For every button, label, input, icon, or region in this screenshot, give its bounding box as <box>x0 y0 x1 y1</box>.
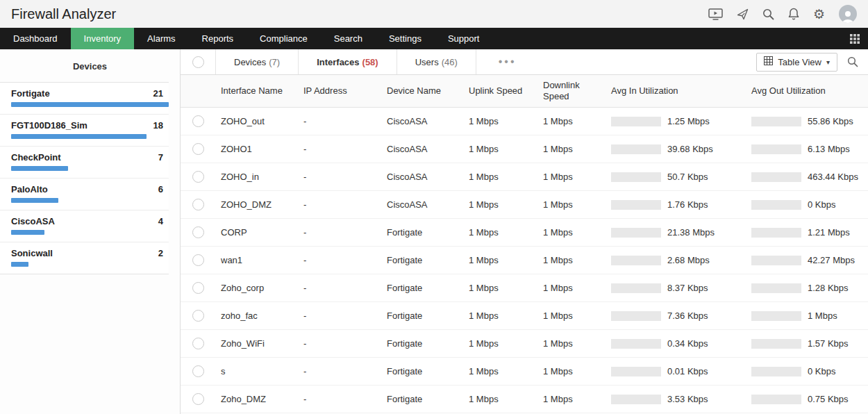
bell-icon[interactable] <box>788 8 799 20</box>
table-row[interactable]: ZOHO1 - CiscoASA 1 Mbps 1 Mbps 39.68 Kbp… <box>181 135 868 163</box>
cell-avg-in-utilization: 0.34 Kbps <box>606 338 746 349</box>
col-device-name[interactable]: Device Name <box>381 85 463 97</box>
table-row[interactable]: Zoho_corp - Fortigate 1 Mbps 1 Mbps 8.37… <box>181 274 868 302</box>
device-count: 18 <box>153 120 163 131</box>
cell-uplink-speed: 1 Mbps <box>463 310 537 321</box>
cell-interface-name[interactable]: ZOHO1 <box>215 144 298 154</box>
row-radio[interactable] <box>192 115 204 127</box>
col-uplink-speed[interactable]: Uplink Speed <box>463 85 537 97</box>
cell-avg-out-utilization: 0 Kbps <box>746 366 868 376</box>
cell-avg-out-utilization: 463.44 Kbps <box>746 172 868 182</box>
cell-interface-name[interactable]: CORP <box>215 227 298 238</box>
col-interface-name[interactable]: Interface Name <box>215 85 298 97</box>
select-all-radio[interactable] <box>192 56 204 68</box>
cell-avg-in-utilization: 3.53 Kbps <box>606 394 746 404</box>
avg-in-bar <box>611 311 661 321</box>
row-radio[interactable] <box>192 310 204 322</box>
nav-item-reports[interactable]: Reports <box>189 28 247 49</box>
col-downlink-speed[interactable]: Downlink Speed <box>537 80 606 103</box>
cell-downlink-speed: 1 Mbps <box>537 144 606 154</box>
launch-icon[interactable] <box>737 8 749 20</box>
cell-avg-out-utilization: 55.86 Kbps <box>746 116 868 126</box>
table-row[interactable]: ZOHO_in - CiscoASA 1 Mbps 1 Mbps 50.7 Kb… <box>181 163 868 191</box>
cell-uplink-speed: 1 Mbps <box>463 199 537 210</box>
table-view-button[interactable]: Table View ▾ <box>756 53 837 72</box>
avatar[interactable] <box>839 5 857 23</box>
cell-interface-name[interactable]: Zoho_DMZ <box>215 394 298 404</box>
cell-avg-in-utilization: 39.68 Kbps <box>606 144 746 154</box>
table-row[interactable]: zoho_fac - Fortigate 1 Mbps 1 Mbps 7.36 … <box>181 302 868 330</box>
cell-interface-name[interactable]: wan1 <box>215 255 298 265</box>
device-list-item-checkpoint[interactable]: CheckPoint 7 <box>0 147 169 179</box>
device-list-item-sonicwall[interactable]: Sonicwall 2 <box>0 242 169 274</box>
table-search-icon[interactable] <box>847 56 858 67</box>
topbar-icons: ⚙ <box>708 5 857 23</box>
cell-ip-address: - <box>298 283 381 293</box>
table-row[interactable]: ZOHO_DMZ - CiscoASA 1 Mbps 1 Mbps 1.76 K… <box>181 191 868 219</box>
row-radio[interactable] <box>192 199 204 210</box>
col-avg-in-utilization[interactable]: Avg In Utilization <box>606 85 746 97</box>
cell-interface-name[interactable]: s <box>215 366 298 376</box>
device-count: 4 <box>158 216 163 226</box>
col-avg-out-utilization[interactable]: Avg Out Utilization <box>746 85 868 97</box>
cell-interface-name[interactable]: ZOHO_out <box>215 116 298 126</box>
device-list-item-ciscoasa[interactable]: CiscoASA 4 <box>0 210 169 242</box>
avg-out-value: 463.44 Kbps <box>808 172 858 182</box>
nav-item-inventory[interactable]: Inventory <box>71 28 134 49</box>
table-row[interactable]: CORP - Fortigate 1 Mbps 1 Mbps 21.38 Mbp… <box>181 219 868 247</box>
cell-device-name: CiscoASA <box>381 172 463 182</box>
device-list-item-fgt100d186_sim[interactable]: FGT100D186_Sim 18 <box>0 115 169 147</box>
cell-interface-name[interactable]: ZOHO_in <box>215 172 298 182</box>
avg-out-bar <box>751 117 801 126</box>
tab-users[interactable]: Users (46) <box>397 49 476 74</box>
tab-interfaces[interactable]: Interfaces (58) <box>298 49 397 74</box>
cell-downlink-speed: 1 Mbps <box>537 172 606 182</box>
nav-item-alarms[interactable]: Alarms <box>134 28 188 49</box>
cell-avg-in-utilization: 7.36 Kbps <box>606 310 746 321</box>
table-row[interactable]: Zoho_WiFi - Fortigate 1 Mbps 1 Mbps 0.34… <box>181 330 868 358</box>
cell-interface-name[interactable]: Zoho_corp <box>215 283 298 293</box>
avg-in-bar <box>611 367 661 376</box>
table-header: Interface Name IP Address Device Name Up… <box>181 75 868 108</box>
row-radio[interactable] <box>192 171 204 183</box>
cell-avg-in-utilization: 50.7 Kbps <box>606 172 746 182</box>
more-tabs-button[interactable]: ••• <box>494 55 521 69</box>
nav-item-support[interactable]: Support <box>435 28 493 49</box>
avg-out-bar <box>751 339 801 349</box>
avg-out-value: 1.28 Kbps <box>808 283 849 293</box>
col-ip-address[interactable]: IP Address <box>298 85 381 97</box>
cell-interface-name[interactable]: ZOHO_DMZ <box>215 199 298 210</box>
cell-uplink-speed: 1 Mbps <box>463 144 537 154</box>
apps-grid-icon[interactable] <box>850 28 868 49</box>
table-row[interactable]: Zoho_DMZ - Fortigate 1 Mbps 1 Mbps 3.53 … <box>181 386 868 413</box>
device-list-item-paloalto[interactable]: PaloAlto 6 <box>0 179 169 210</box>
presentation-icon[interactable] <box>708 8 723 20</box>
row-radio[interactable] <box>192 254 204 266</box>
nav-item-settings[interactable]: Settings <box>376 28 435 49</box>
row-radio[interactable] <box>192 226 204 238</box>
row-radio[interactable] <box>192 393 204 405</box>
row-radio[interactable] <box>192 282 204 294</box>
device-list-item-fortigate[interactable]: Fortigate 21 <box>0 83 169 115</box>
nav-item-compliance[interactable]: Compliance <box>247 28 321 49</box>
search-icon[interactable] <box>762 8 774 20</box>
table-row[interactable]: wan1 - Fortigate 1 Mbps 1 Mbps 2.68 Mbps… <box>181 247 868 274</box>
device-name: FGT100D186_Sim <box>11 120 87 131</box>
avg-in-bar <box>611 228 661 238</box>
row-radio[interactable] <box>192 338 204 349</box>
row-radio[interactable] <box>192 143 204 155</box>
row-radio[interactable] <box>192 365 204 377</box>
device-count-bar <box>11 230 44 235</box>
app-header: Firewall Analyzer ⚙ <box>0 0 868 28</box>
tab-devices[interactable]: Devices (7) <box>215 49 298 74</box>
table-row[interactable]: s - Fortigate 1 Mbps 1 Mbps 0.01 Kbps 0 … <box>181 358 868 386</box>
cell-interface-name[interactable]: Zoho_WiFi <box>215 338 298 349</box>
cell-interface-name[interactable]: zoho_fac <box>215 310 298 321</box>
cell-device-name: Fortigate <box>381 283 463 293</box>
gear-icon[interactable]: ⚙ <box>813 8 825 21</box>
avg-in-bar <box>611 395 661 404</box>
nav-item-search[interactable]: Search <box>321 28 376 49</box>
table-row[interactable]: ZOHO_out - CiscoASA 1 Mbps 1 Mbps 1.25 M… <box>181 108 868 135</box>
nav-item-dashboard[interactable]: Dashboard <box>0 28 71 49</box>
cell-uplink-speed: 1 Mbps <box>463 394 537 404</box>
